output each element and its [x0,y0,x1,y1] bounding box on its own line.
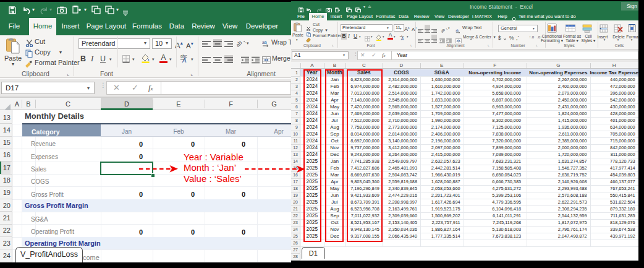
svg-text:ab: ab [237,40,243,47]
svg-text:ab: ab [441,27,446,33]
svg-text:$: $ [498,35,501,41]
svg-text:ab: ab [262,40,267,45]
svg-text:A: A [182,57,187,63]
svg-text:ab: ab [455,29,459,32]
svg-text:A: A [400,37,404,41]
